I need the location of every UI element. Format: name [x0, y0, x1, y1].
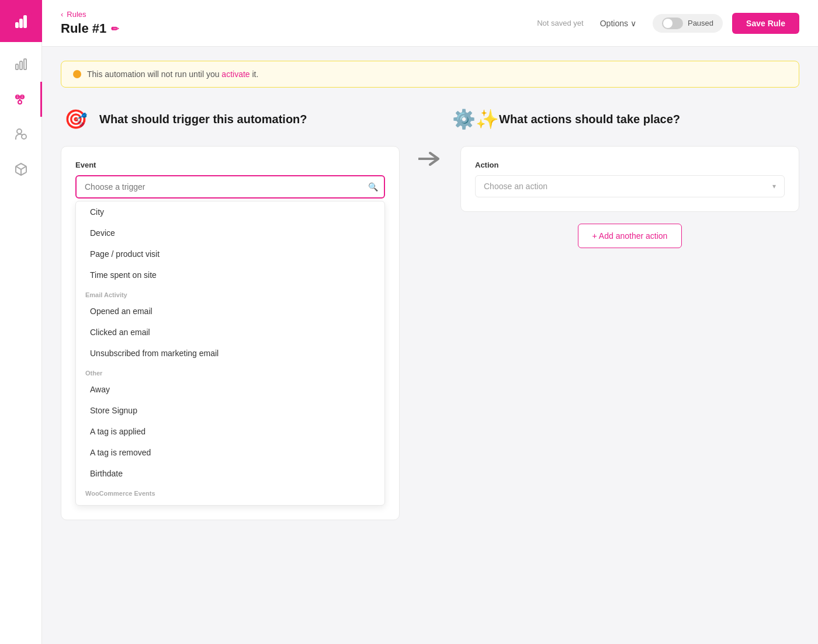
automations-icon	[13, 92, 27, 106]
category-other: Other	[76, 364, 384, 379]
trigger-section-title: What should trigger this automation?	[99, 113, 307, 126]
paused-label: Paused	[688, 19, 713, 27]
svg-rect-6	[24, 59, 26, 69]
search-input-wrapper: 🔍	[75, 175, 385, 199]
trigger-item-unsubscribed[interactable]: Unsubscribed from marketing email	[76, 343, 384, 364]
category-woocommerce: WooCommerce Events	[76, 484, 384, 499]
contacts-icon	[14, 127, 28, 141]
toggle-switch[interactable]	[662, 18, 683, 29]
chevron-down-icon: ▾	[772, 182, 776, 190]
options-label: Options	[600, 19, 628, 28]
activate-link[interactable]: activate	[221, 69, 249, 79]
header: ‹ Rules Rule #1 ✏ Not saved yet Options …	[42, 0, 818, 47]
search-icon: 🔍	[368, 182, 378, 192]
category-email-activity: Email Activity	[76, 286, 384, 301]
sidebar	[0, 0, 42, 644]
action-icon: ⚙️✨	[460, 104, 491, 134]
sidebar-item-automations[interactable]	[0, 82, 42, 117]
trigger-icon: 🎯	[61, 104, 91, 134]
chart-icon	[14, 57, 28, 71]
action-section-title: What actions should take place?	[499, 113, 680, 126]
svg-rect-5	[20, 61, 22, 69]
trigger-item-city[interactable]: City	[76, 201, 384, 222]
svg-rect-3	[23, 15, 27, 28]
dropdown-scroll-area: City Device Page / product visit Time sp…	[76, 201, 384, 505]
trigger-item-tag-removed[interactable]: A tag is removed	[76, 442, 384, 463]
action-card: Action Choose an action ▾	[460, 146, 799, 212]
breadcrumb-label: Rules	[67, 10, 86, 19]
trigger-item-time-spent[interactable]: Time spent on site	[76, 264, 384, 286]
trigger-item-clicked-email[interactable]: Clicked an email	[76, 322, 384, 343]
trigger-search-input[interactable]	[75, 175, 385, 199]
content-area: This automation will not run until you a…	[42, 47, 818, 644]
options-button[interactable]: Options ∨	[593, 14, 643, 33]
page-title-text: Rule #1	[61, 21, 106, 36]
save-rule-button[interactable]: Save Rule	[732, 13, 799, 34]
trigger-item-device[interactable]: Device	[76, 222, 384, 243]
sidebar-item-products[interactable]	[0, 152, 42, 187]
automation-banner: This automation will not run until you a…	[61, 61, 799, 88]
two-column-layout: 🎯 What should trigger this automation? E…	[61, 104, 799, 520]
trigger-item-order-placed[interactable]: Order Placed	[76, 499, 384, 505]
arrow-right-icon	[418, 151, 442, 167]
trigger-item-page-product[interactable]: Page / product visit	[76, 243, 384, 264]
action-section-header: ⚙️✨ What actions should take place?	[460, 104, 799, 134]
main-content: ‹ Rules Rule #1 ✏ Not saved yet Options …	[42, 0, 818, 644]
add-another-action-button[interactable]: + Add another action	[578, 224, 682, 248]
sidebar-item-analytics[interactable]	[0, 47, 42, 82]
svg-rect-1	[15, 22, 19, 28]
trigger-item-away[interactable]: Away	[76, 379, 384, 400]
trigger-section-header: 🎯 What should trigger this automation?	[61, 104, 400, 134]
svg-point-13	[17, 129, 22, 134]
svg-rect-2	[19, 19, 23, 28]
trigger-item-opened-email[interactable]: Opened an email	[76, 301, 384, 322]
paused-toggle[interactable]: Paused	[653, 14, 723, 33]
sidebar-item-contacts[interactable]	[0, 117, 42, 152]
options-chevron-icon: ∨	[630, 19, 636, 28]
action-section: ⚙️✨ What actions should take place? Acti…	[460, 104, 799, 248]
products-icon	[14, 162, 28, 176]
logo-icon	[11, 11, 32, 32]
action-select[interactable]: Choose an action ▾	[475, 175, 785, 197]
trigger-dropdown: City Device Page / product visit Time sp…	[75, 201, 385, 506]
breadcrumb[interactable]: ‹ Rules	[61, 10, 119, 19]
banner-text: This automation will not run until you a…	[87, 69, 258, 79]
action-field-label: Action	[475, 161, 785, 169]
trigger-item-tag-applied[interactable]: A tag is applied	[76, 421, 384, 442]
header-left: ‹ Rules Rule #1 ✏	[61, 10, 119, 36]
breadcrumb-arrow: ‹	[61, 10, 63, 19]
trigger-item-birthdate[interactable]: Birthdate	[76, 463, 384, 484]
event-field-label: Event	[75, 161, 385, 169]
trigger-item-store-signup[interactable]: Store Signup	[76, 400, 384, 421]
svg-point-14	[22, 134, 26, 139]
arrow-connector	[418, 104, 442, 167]
banner-warning-icon	[73, 70, 81, 78]
page-title: Rule #1 ✏	[61, 21, 119, 36]
logo[interactable]	[0, 0, 42, 42]
header-right: Not saved yet Options ∨ Paused Save Rule	[537, 13, 799, 34]
trigger-card: Event 🔍 City Device Page / product visit…	[61, 146, 400, 520]
edit-icon[interactable]: ✏	[111, 23, 119, 34]
svg-point-9	[18, 100, 22, 104]
trigger-section: 🎯 What should trigger this automation? E…	[61, 104, 400, 520]
svg-rect-4	[16, 64, 18, 69]
action-placeholder: Choose an action	[484, 182, 547, 191]
not-saved-label: Not saved yet	[537, 19, 584, 27]
